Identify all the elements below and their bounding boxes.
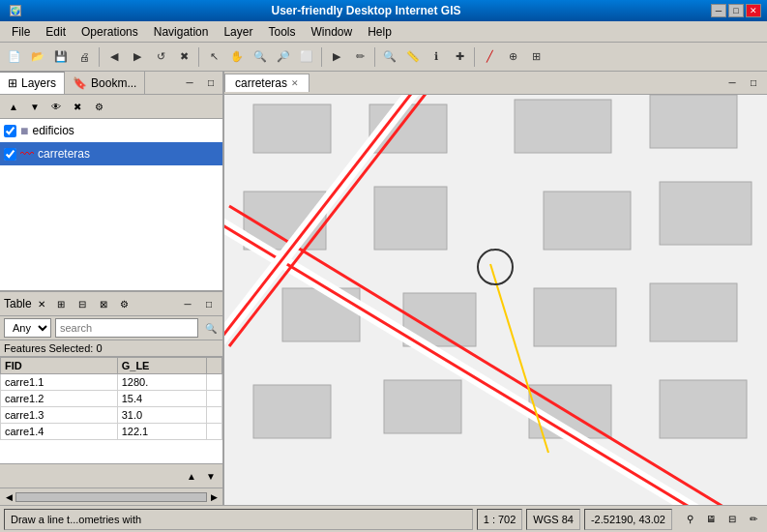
col-fid[interactable]: FID [1, 358, 118, 374]
map-minimize[interactable]: ─ [723, 74, 742, 93]
cell-gle-2: 15.4 [117, 391, 206, 407]
toolbar-save[interactable]: 💾 [50, 46, 72, 68]
layer-eye-button[interactable]: 👁 [46, 97, 66, 116]
building-1 [253, 104, 331, 153]
search-button[interactable]: 🔍 [202, 318, 219, 338]
status-icon2[interactable]: 🖥 [701, 510, 721, 529]
toolbar-pan[interactable]: ✋ [226, 46, 248, 68]
layer-controls: ▲ ▼ 👁 ✖ ⚙ [0, 95, 222, 119]
layer-carreteras-checkbox[interactable] [4, 148, 16, 161]
table-row[interactable]: carre1.4 122.1 [1, 424, 222, 440]
toolbar-zoom-full[interactable]: ⬜ [296, 46, 317, 68]
status-icon1[interactable]: ⚲ [680, 510, 699, 529]
tab-bookmarks[interactable]: 🔖 Bookm... [65, 72, 145, 94]
building-10 [660, 182, 752, 245]
layer-up-button[interactable]: ▲ [4, 97, 23, 116]
left-panel: ⊞ Layers 🔖 Bookm... ─ □ ▲ ▼ 👁 ✖ ⚙ [0, 72, 224, 505]
status-icon4[interactable]: ✏ [744, 510, 763, 529]
toolbar-play[interactable]: ▶ [326, 46, 347, 68]
toolbar-refresh[interactable]: ↺ [150, 46, 171, 68]
layers-minimize[interactable]: ─ [180, 74, 199, 93]
cell-scroll-1 [207, 374, 222, 391]
table-hscrollbar[interactable] [15, 492, 207, 502]
toolbar-add-node[interactable]: ⊕ [502, 46, 523, 68]
toolbar-table[interactable]: ⊞ [525, 46, 546, 68]
layer-properties-button[interactable]: ⚙ [89, 97, 108, 116]
toolbar-forward[interactable]: ▶ [127, 46, 148, 68]
table-select-all[interactable]: ⊞ [51, 294, 71, 313]
toolbar-select[interactable]: ↖ [203, 46, 224, 68]
toolbar-move[interactable]: ✚ [449, 46, 470, 68]
tab-layers[interactable]: ⊞ Layers [0, 72, 65, 94]
toolbar-search[interactable]: 🔍 [379, 46, 400, 68]
toolbar-identify[interactable]: ℹ [426, 46, 447, 68]
layers-tab-label: Layers [21, 76, 56, 90]
layer-carreteras-icon: 〰 [20, 146, 34, 162]
toolbar-new[interactable]: 📄 [4, 46, 25, 68]
toolbar-open[interactable]: 📂 [27, 46, 48, 68]
toolbar-zoom-in[interactable]: 🔍 [250, 46, 271, 68]
toolbar-digitize[interactable]: ✏ [349, 46, 370, 68]
table-scroll-left[interactable]: ◀ [2, 490, 15, 504]
building-11 [534, 288, 616, 346]
main-area: ⊞ Layers 🔖 Bookm... ─ □ ▲ ▼ 👁 ✖ ⚙ [0, 72, 767, 505]
cell-scroll-2 [207, 391, 222, 407]
table-scroll-down[interactable]: ▼ [201, 466, 221, 486]
layer-remove-button[interactable]: ✖ [68, 97, 87, 116]
toolbar-back[interactable]: ◀ [103, 46, 125, 68]
menu-edit[interactable]: Edit [38, 23, 74, 41]
table-row[interactable]: carre1.1 1280. [1, 374, 222, 391]
menu-layer[interactable]: Layer [216, 23, 260, 41]
table-row[interactable]: carre1.3 31.0 [1, 407, 222, 424]
status-scale[interactable]: 1 : 702 [477, 509, 523, 530]
map-svg [224, 95, 767, 505]
toolbar-stop[interactable]: ✖ [173, 46, 194, 68]
road-line-2 [229, 206, 767, 505]
bookmarks-tab-icon: 🔖 [73, 76, 87, 90]
cell-gle-1: 1280. [117, 374, 206, 391]
table-filter[interactable]: ⚙ [115, 294, 134, 313]
table-tab-close[interactable]: ✕ [38, 299, 45, 310]
toolbar-zoom-out[interactable]: 🔎 [273, 46, 294, 68]
status-crs[interactable]: WGS 84 [526, 509, 580, 530]
table-minimize[interactable]: ─ [178, 294, 197, 313]
menu-tools[interactable]: Tools [260, 23, 303, 41]
table-scroll-up[interactable]: ▲ [182, 466, 201, 486]
minimize-button[interactable]: ─ [711, 4, 726, 17]
toolbar-measure[interactable]: 📏 [402, 46, 424, 68]
menu-bar: File Edit Operations Navigation Layer To… [0, 21, 767, 43]
status-coords[interactable]: -2.52190, 43.02 [584, 509, 672, 530]
toolbar-print[interactable]: 🖨 [74, 46, 95, 68]
close-button[interactable]: ✕ [746, 4, 761, 17]
maximize-button[interactable]: □ [728, 4, 744, 17]
cell-fid-1: carre1.1 [1, 374, 118, 391]
map-tab-carreteras[interactable]: carreteras ✕ [224, 74, 310, 92]
layers-maximize[interactable]: □ [201, 74, 221, 93]
features-count: Features Selected: 0 [0, 340, 222, 357]
menu-navigation[interactable]: Navigation [146, 23, 217, 41]
layer-edificios[interactable]: ■ edificios [0, 119, 222, 142]
map-tab-close[interactable]: ✕ [291, 78, 299, 88]
layer-edificios-checkbox[interactable] [4, 125, 16, 137]
table-invert[interactable]: ⊠ [94, 294, 113, 313]
menu-operations[interactable]: Operations [74, 23, 146, 41]
app-icon: 🌍 [10, 5, 21, 16]
cell-scroll-4 [207, 424, 222, 440]
layer-down-button[interactable]: ▼ [25, 97, 44, 116]
search-input[interactable] [55, 318, 198, 338]
menu-help[interactable]: Help [360, 23, 399, 41]
map-maximize[interactable]: □ [744, 74, 763, 93]
map-canvas[interactable] [224, 95, 767, 505]
menu-window[interactable]: Window [303, 23, 360, 41]
building-13 [253, 385, 331, 438]
layer-carreteras[interactable]: 〰 carreteras [0, 142, 222, 165]
menu-file[interactable]: File [4, 23, 38, 41]
toolbar-edit-line[interactable]: ╱ [479, 46, 500, 68]
table-scroll-right[interactable]: ▶ [207, 490, 221, 504]
table-deselect[interactable]: ⊟ [73, 294, 92, 313]
table-row[interactable]: carre1.2 15.4 [1, 391, 222, 407]
table-maximize[interactable]: □ [199, 294, 219, 313]
status-icon3[interactable]: ⊟ [723, 510, 742, 529]
filter-select[interactable]: Any [4, 318, 51, 338]
col-gle[interactable]: G_LE [117, 358, 206, 374]
